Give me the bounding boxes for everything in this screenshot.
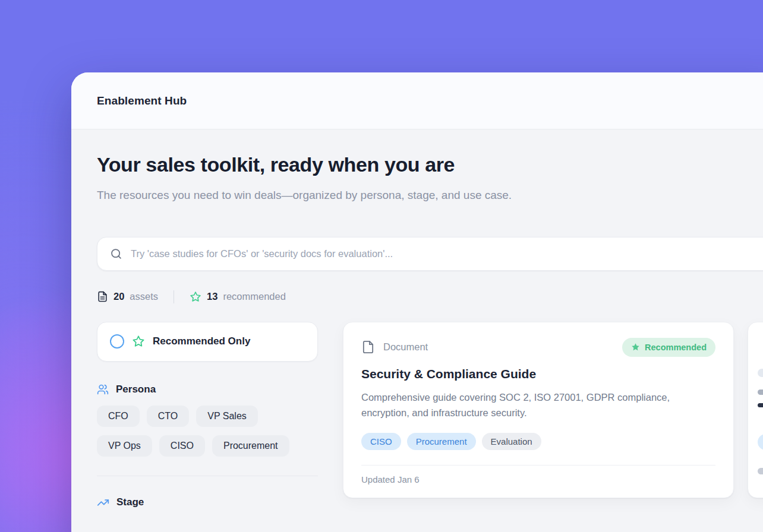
page-title: Your sales toolkit, ready when you are	[97, 153, 763, 176]
search-icon	[110, 248, 122, 260]
asset-card-partial[interactable]	[748, 322, 763, 498]
persona-chip-cto[interactable]: CTO	[147, 406, 189, 427]
card-header: Document Recommended	[361, 338, 715, 357]
recommended-count-value: 13	[207, 291, 217, 302]
card-description: Comprehensive guide covering SOC 2, ISO …	[361, 390, 703, 421]
filters-sidebar: Recommended Only Persona CFO CTO VP Sale…	[97, 322, 318, 509]
card-tags: CISO Procurement Evaluation	[361, 433, 715, 450]
search-bar[interactable]	[97, 237, 763, 271]
panel-header: Enablement Hub	[71, 72, 763, 129]
tag-procurement: Procurement	[407, 433, 476, 450]
recommended-badge-label: Recommended	[645, 343, 707, 352]
stats-divider	[174, 290, 174, 303]
card-divider	[361, 465, 715, 466]
recommended-count-label: recommended	[223, 291, 285, 302]
persona-chips: CFO CTO VP Sales VP Ops CISO Procurement	[97, 406, 318, 457]
card-fragment	[758, 390, 763, 395]
tag-evaluation: Evaluation	[482, 433, 541, 450]
stage-filter-header: Stage	[97, 496, 318, 509]
app-title: Enablement Hub	[97, 94, 187, 107]
asset-card-security-compliance[interactable]: Document Recommended Security & Complian…	[343, 322, 734, 498]
toggle-circle-icon[interactable]	[110, 334, 124, 349]
assets-count-value: 20	[113, 291, 124, 302]
recommended-only-toggle[interactable]: Recommended Only	[97, 322, 318, 362]
enablement-hub-panel: Enablement Hub Your sales toolkit, ready…	[71, 72, 763, 532]
tag-ciso: CISO	[361, 433, 401, 450]
card-fragment	[758, 434, 763, 450]
card-type: Document	[361, 340, 428, 354]
star-icon	[132, 335, 145, 348]
users-icon	[97, 384, 109, 395]
recommended-count: 13 recommended	[190, 291, 286, 303]
card-type-label: Document	[383, 341, 428, 353]
content-area: Recommended Only Persona CFO CTO VP Sale…	[97, 322, 763, 509]
persona-filter-label: Persona	[116, 384, 156, 395]
persona-chip-vp-ops[interactable]: VP Ops	[97, 435, 152, 457]
sidebar-divider	[97, 476, 318, 476]
star-icon	[190, 291, 201, 303]
panel-body: Your sales toolkit, ready when you are T…	[71, 153, 763, 509]
star-filled-icon	[631, 343, 640, 352]
persona-chip-procurement[interactable]: Procurement	[212, 435, 289, 457]
stats-row: 20 assets 13 recommended	[97, 290, 763, 303]
page-subtitle: The resources you need to win deals—orga…	[97, 186, 513, 205]
file-text-icon	[97, 291, 108, 302]
file-icon	[361, 340, 375, 354]
card-fragment	[758, 403, 763, 407]
persona-chip-vp-sales[interactable]: VP Sales	[196, 406, 258, 427]
card-fragment	[758, 468, 763, 474]
asset-cards: Document Recommended Security & Complian…	[343, 322, 763, 498]
assets-count: 20 assets	[97, 291, 158, 302]
assets-count-label: assets	[130, 291, 158, 302]
recommended-badge: Recommended	[622, 338, 715, 357]
card-title: Security & Compliance Guide	[361, 367, 715, 381]
persona-chip-ciso[interactable]: CISO	[159, 435, 205, 457]
card-updated: Updated Jan 6	[361, 474, 715, 484]
search-input[interactable]	[131, 248, 763, 259]
trending-up-icon	[97, 496, 109, 509]
persona-chip-cfo[interactable]: CFO	[97, 406, 140, 427]
stage-filter-label: Stage	[116, 496, 144, 508]
persona-filter-header: Persona	[97, 384, 318, 395]
recommended-only-label: Recommended Only	[153, 335, 250, 347]
card-fragment	[758, 369, 763, 377]
